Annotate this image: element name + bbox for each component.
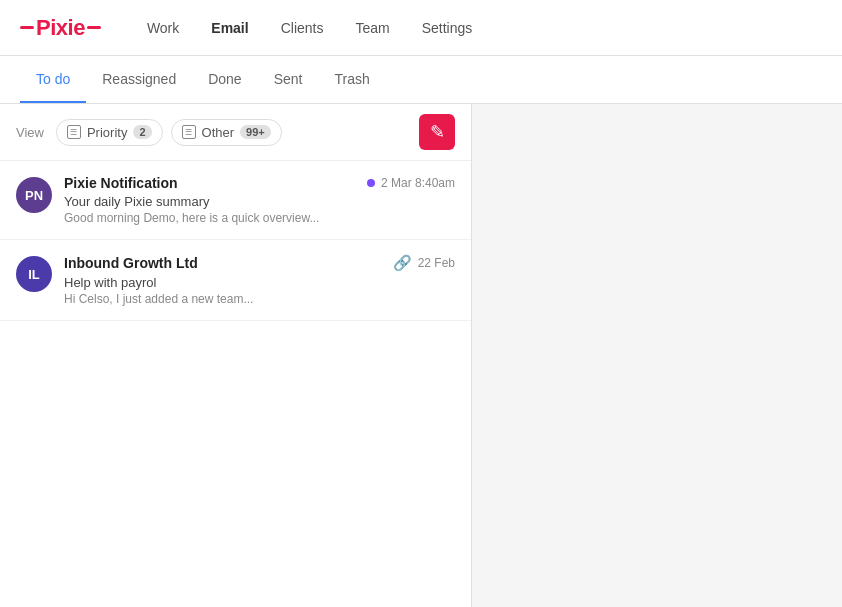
priority-filter-label: Priority <box>87 125 127 140</box>
email-panel: View ☰ Priority 2 ☰ Other 99+ ✎ PN <box>0 104 472 607</box>
email-sender: Inbound Growth Ltd <box>64 255 198 271</box>
avatar: IL <box>16 256 52 292</box>
avatar: PN <box>16 177 52 213</box>
nav-email[interactable]: Email <box>197 14 262 42</box>
logo[interactable]: Pixie <box>20 15 101 41</box>
logo-dash-right <box>87 26 101 29</box>
tab-sent[interactable]: Sent <box>258 57 319 103</box>
tab-todo[interactable]: To do <box>20 57 86 103</box>
unread-dot <box>367 179 375 187</box>
priority-filter-count: 2 <box>133 125 151 139</box>
top-nav: Pixie Work Email Clients Team Settings <box>0 0 842 56</box>
email-content: Pixie Notification 2 Mar 8:40am Your dai… <box>64 175 455 225</box>
email-list: PN Pixie Notification 2 Mar 8:40am Your … <box>0 161 471 607</box>
logo-text: Pixie <box>36 15 85 41</box>
email-header: Inbound Growth Ltd 🔗 22 Feb <box>64 254 455 272</box>
nav-clients[interactable]: Clients <box>267 14 338 42</box>
email-item[interactable]: PN Pixie Notification 2 Mar 8:40am Your … <box>0 161 471 240</box>
nav-work[interactable]: Work <box>133 14 193 42</box>
attachment-icon: 🔗 <box>393 254 412 272</box>
other-filter-icon: ☰ <box>182 125 196 139</box>
view-label: View <box>16 125 44 140</box>
priority-filter-button[interactable]: ☰ Priority 2 <box>56 119 163 146</box>
tab-done[interactable]: Done <box>192 57 257 103</box>
email-date: 22 Feb <box>418 256 455 270</box>
other-filter-count: 99+ <box>240 125 271 139</box>
email-date: 2 Mar 8:40am <box>381 176 455 190</box>
right-panel <box>472 104 842 607</box>
tab-bar: To do Reassigned Done Sent Trash <box>0 56 842 104</box>
other-filter-label: Other <box>202 125 235 140</box>
other-filter-button[interactable]: ☰ Other 99+ <box>171 119 282 146</box>
email-header: Pixie Notification 2 Mar 8:40am <box>64 175 455 191</box>
nav-team[interactable]: Team <box>341 14 403 42</box>
email-preview: Good morning Demo, here is a quick overv… <box>64 211 455 225</box>
nav-links: Work Email Clients Team Settings <box>133 14 486 42</box>
email-subject: Help with payrol <box>64 275 455 290</box>
filter-bar: View ☰ Priority 2 ☰ Other 99+ ✎ <box>0 104 471 161</box>
email-subject: Your daily Pixie summary <box>64 194 455 209</box>
compose-button[interactable]: ✎ <box>419 114 455 150</box>
tab-reassigned[interactable]: Reassigned <box>86 57 192 103</box>
email-meta: 🔗 22 Feb <box>393 254 455 272</box>
main-container: View ☰ Priority 2 ☰ Other 99+ ✎ PN <box>0 104 842 607</box>
avatar-initials: IL <box>28 267 40 282</box>
nav-settings[interactable]: Settings <box>408 14 487 42</box>
email-meta: 2 Mar 8:40am <box>367 176 455 190</box>
priority-filter-icon: ☰ <box>67 125 81 139</box>
email-sender: Pixie Notification <box>64 175 178 191</box>
email-preview: Hi Celso, I just added a new team... <box>64 292 455 306</box>
compose-icon: ✎ <box>430 121 445 143</box>
email-content: Inbound Growth Ltd 🔗 22 Feb Help with pa… <box>64 254 455 306</box>
logo-dash-left <box>20 26 34 29</box>
avatar-initials: PN <box>25 188 43 203</box>
email-item[interactable]: IL Inbound Growth Ltd 🔗 22 Feb Help with… <box>0 240 471 321</box>
tab-trash[interactable]: Trash <box>318 57 385 103</box>
